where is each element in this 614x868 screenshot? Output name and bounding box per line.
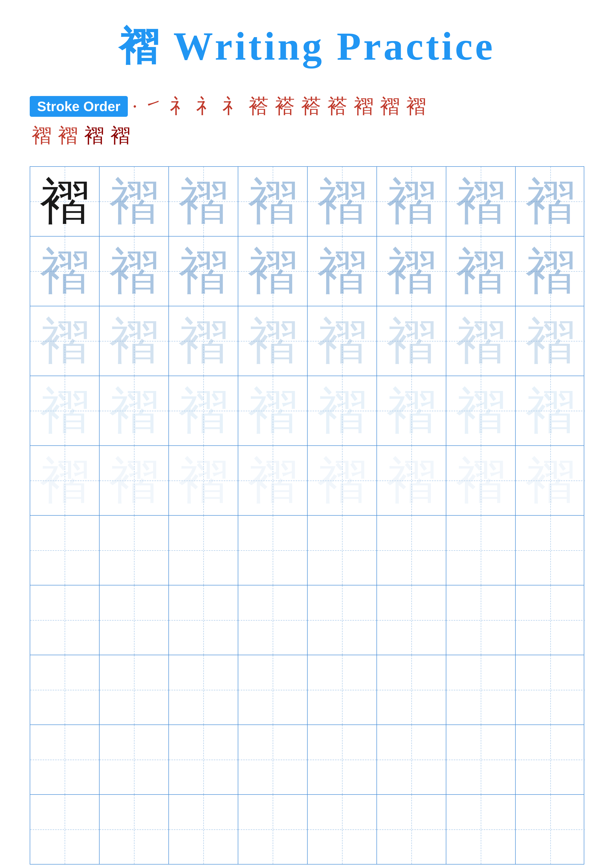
grid-cell-4-8[interactable]: 褶 bbox=[516, 376, 585, 445]
char-ghost: 褶 bbox=[525, 246, 575, 296]
grid-cell-5-4[interactable]: 褶 bbox=[238, 446, 308, 515]
grid-cell-9-1[interactable] bbox=[30, 725, 99, 794]
grid-cell-5-3[interactable]: 褶 bbox=[169, 446, 238, 515]
grid-cell-10-3[interactable] bbox=[169, 795, 238, 864]
grid-cell-7-7[interactable] bbox=[446, 586, 516, 655]
grid-cell-8-4[interactable] bbox=[238, 655, 308, 724]
grid-cell-7-6[interactable] bbox=[377, 586, 446, 655]
stroke-order-row-2: 褶 褶 褶 褶 bbox=[30, 122, 584, 149]
grid-cell-7-4[interactable] bbox=[238, 586, 308, 655]
writing-grid: 褶 褶 褶 褶 褶 褶 褶 褶 bbox=[30, 166, 584, 865]
grid-cell-3-5[interactable]: 褶 bbox=[308, 306, 377, 376]
grid-cell-1-5[interactable]: 褶 bbox=[308, 167, 377, 236]
grid-cell-10-1[interactable] bbox=[30, 795, 99, 864]
grid-cell-4-2[interactable]: 褶 bbox=[99, 376, 169, 445]
grid-cell-4-6[interactable]: 褶 bbox=[377, 376, 446, 445]
grid-cell-3-1[interactable]: 褶 bbox=[30, 306, 99, 376]
grid-cell-6-3[interactable] bbox=[169, 516, 238, 585]
grid-cell-7-8[interactable] bbox=[516, 586, 585, 655]
grid-cell-7-5[interactable] bbox=[308, 586, 377, 655]
grid-cell-2-3[interactable]: 褶 bbox=[169, 237, 238, 306]
grid-cell-6-7[interactable] bbox=[446, 516, 516, 585]
grid-cell-2-1[interactable]: 褶 bbox=[30, 237, 99, 306]
grid-cell-9-5[interactable] bbox=[308, 725, 377, 794]
grid-cell-1-6[interactable]: 褶 bbox=[377, 167, 446, 236]
grid-cell-5-1[interactable]: 褶 bbox=[30, 446, 99, 515]
char-ghost: 褶 bbox=[525, 386, 575, 436]
grid-row-4: 褶 褶 褶 褶 褶 褶 褶 褶 bbox=[30, 376, 584, 446]
grid-cell-3-3[interactable]: 褶 bbox=[169, 306, 238, 376]
grid-cell-4-5[interactable]: 褶 bbox=[308, 376, 377, 445]
grid-cell-2-2[interactable]: 褶 bbox=[99, 237, 169, 306]
stroke-12: 褶 bbox=[406, 93, 426, 120]
grid-cell-1-2[interactable]: 褶 bbox=[99, 167, 169, 236]
char-ghost: 褶 bbox=[109, 386, 159, 436]
grid-cell-1-1[interactable]: 褶 bbox=[30, 167, 99, 236]
grid-cell-3-2[interactable]: 褶 bbox=[99, 306, 169, 376]
grid-cell-5-6[interactable]: 褶 bbox=[377, 446, 446, 515]
grid-cell-7-2[interactable] bbox=[99, 586, 169, 655]
char-ghost: 褶 bbox=[109, 177, 159, 226]
grid-cell-6-1[interactable] bbox=[30, 516, 99, 585]
grid-cell-2-4[interactable]: 褶 bbox=[238, 237, 308, 306]
grid-cell-6-6[interactable] bbox=[377, 516, 446, 585]
grid-cell-3-7[interactable]: 褶 bbox=[446, 306, 516, 376]
char-ghost: 褶 bbox=[248, 177, 297, 226]
stroke-5: 礻 bbox=[222, 93, 242, 120]
grid-cell-8-3[interactable] bbox=[169, 655, 238, 724]
grid-cell-9-3[interactable] bbox=[169, 725, 238, 794]
grid-cell-7-3[interactable] bbox=[169, 586, 238, 655]
grid-cell-8-8[interactable] bbox=[516, 655, 585, 724]
grid-cell-6-5[interactable] bbox=[308, 516, 377, 585]
grid-cell-4-4[interactable]: 褶 bbox=[238, 376, 308, 445]
grid-cell-6-4[interactable] bbox=[238, 516, 308, 585]
grid-cell-6-2[interactable] bbox=[99, 516, 169, 585]
grid-cell-10-7[interactable] bbox=[446, 795, 516, 864]
grid-cell-9-8[interactable] bbox=[516, 725, 585, 794]
grid-cell-9-4[interactable] bbox=[238, 725, 308, 794]
grid-cell-3-6[interactable]: 褶 bbox=[377, 306, 446, 376]
grid-cell-3-8[interactable]: 褶 bbox=[516, 306, 585, 376]
grid-cell-4-3[interactable]: 褶 bbox=[169, 376, 238, 445]
stroke-14: 褶 bbox=[58, 122, 78, 149]
grid-cell-10-5[interactable] bbox=[308, 795, 377, 864]
grid-row-10 bbox=[30, 795, 584, 864]
grid-cell-7-1[interactable] bbox=[30, 586, 99, 655]
grid-cell-9-7[interactable] bbox=[446, 725, 516, 794]
char-ghost: 褶 bbox=[109, 316, 159, 366]
grid-cell-10-4[interactable] bbox=[238, 795, 308, 864]
grid-cell-8-5[interactable] bbox=[308, 655, 377, 724]
grid-cell-2-6[interactable]: 褶 bbox=[377, 237, 446, 306]
stroke-3: 礻 bbox=[170, 93, 190, 120]
grid-cell-5-2[interactable]: 褶 bbox=[99, 446, 169, 515]
grid-cell-4-1[interactable]: 褶 bbox=[30, 376, 99, 445]
grid-cell-4-7[interactable]: 褶 bbox=[446, 376, 516, 445]
char-ghost: 褶 bbox=[179, 177, 228, 226]
stroke-15: 褶 bbox=[84, 122, 104, 149]
grid-cell-1-8[interactable]: 褶 bbox=[516, 167, 585, 236]
grid-cell-8-6[interactable] bbox=[377, 655, 446, 724]
grid-cell-8-7[interactable] bbox=[446, 655, 516, 724]
grid-cell-8-2[interactable] bbox=[99, 655, 169, 724]
grid-cell-10-8[interactable] bbox=[516, 795, 585, 864]
grid-cell-5-8[interactable]: 褶 bbox=[516, 446, 585, 515]
grid-cell-8-1[interactable] bbox=[30, 655, 99, 724]
stroke-16: 褶 bbox=[110, 122, 130, 149]
char-ghost: 褶 bbox=[40, 456, 89, 505]
grid-cell-5-5[interactable]: 褶 bbox=[308, 446, 377, 515]
grid-cell-10-2[interactable] bbox=[99, 795, 169, 864]
grid-cell-9-6[interactable] bbox=[377, 725, 446, 794]
stroke-7: 褡 bbox=[275, 93, 295, 120]
grid-cell-6-8[interactable] bbox=[516, 516, 585, 585]
grid-cell-10-6[interactable] bbox=[377, 795, 446, 864]
grid-cell-1-7[interactable]: 褶 bbox=[446, 167, 516, 236]
grid-cell-9-2[interactable] bbox=[99, 725, 169, 794]
grid-cell-5-7[interactable]: 褶 bbox=[446, 446, 516, 515]
grid-cell-1-3[interactable]: 褶 bbox=[169, 167, 238, 236]
grid-cell-1-4[interactable]: 褶 bbox=[238, 167, 308, 236]
char-ghost: 褶 bbox=[525, 316, 575, 366]
grid-cell-2-8[interactable]: 褶 bbox=[516, 237, 585, 306]
grid-cell-3-4[interactable]: 褶 bbox=[238, 306, 308, 376]
grid-cell-2-5[interactable]: 褶 bbox=[308, 237, 377, 306]
grid-cell-2-7[interactable]: 褶 bbox=[446, 237, 516, 306]
